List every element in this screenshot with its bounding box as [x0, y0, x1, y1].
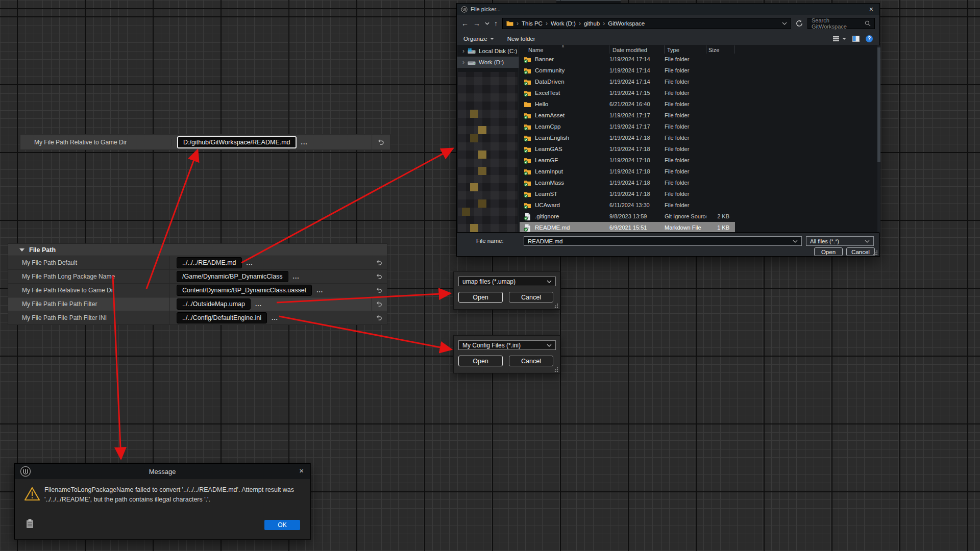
search-input[interactable]: Search GitWorkspace: [807, 18, 875, 29]
file-type-filter-dropdown[interactable]: All files (*.*): [806, 236, 874, 246]
property-value-field[interactable]: ../../OutsideMap.umap: [177, 298, 251, 310]
search-icon: [865, 20, 871, 27]
message-dialog-titlebar[interactable]: Message ×: [15, 464, 310, 479]
file-type-icon: [524, 224, 531, 232]
expander-chevron-icon[interactable]: ›: [462, 59, 464, 66]
column-header-type[interactable]: Type: [665, 45, 706, 54]
back-icon[interactable]: ←: [461, 20, 469, 27]
open-button[interactable]: Open: [458, 356, 503, 366]
breadcrumb-item[interactable]: This PC: [522, 20, 543, 27]
breadcrumb-item[interactable]: github: [584, 20, 600, 27]
column-header-date-modified[interactable]: Date modified: [609, 45, 665, 54]
reset-to-default-button[interactable]: [371, 256, 387, 269]
file-row[interactable]: LearnInput 1/19/2024 17:18 File folder: [520, 166, 735, 177]
browse-ellipsis-button[interactable]: ...: [255, 300, 262, 308]
property-label: My File Path File Path Filter INI: [8, 311, 170, 324]
browse-ellipsis-button[interactable]: ...: [293, 273, 300, 280]
reset-to-default-button[interactable]: [371, 270, 387, 283]
cancel-button[interactable]: Cancel: [509, 292, 553, 303]
filter-value: umap files (*.umap): [462, 278, 516, 285]
browse-ellipsis-button[interactable]: ...: [316, 287, 323, 294]
file-row[interactable]: LearnEnglish 1/19/2024 17:18 File folder: [520, 132, 735, 143]
file-row[interactable]: LearnMass 1/19/2024 17:18 File folder: [520, 177, 735, 188]
property-value-field[interactable]: /Game/Dynamic/BP_DynamicClass: [177, 271, 288, 282]
browse-ellipsis-button[interactable]: ...: [272, 314, 278, 321]
file-row[interactable]: README.md 6/9/2021 15:51 Markdown File 1…: [520, 222, 735, 233]
close-icon[interactable]: ×: [869, 6, 873, 13]
file-date-modified: 1/19/2024 17:14: [609, 79, 665, 85]
organize-menu-button[interactable]: Organize: [463, 36, 494, 42]
file-type-filter-dropdown[interactable]: My Config Files (*.ini): [458, 340, 556, 350]
file-row[interactable]: Hello 6/21/2024 16:40 File folder: [520, 98, 735, 110]
picker-titlebar[interactable]: File picker... ×: [457, 4, 879, 15]
open-button[interactable]: Open: [814, 247, 843, 256]
sidebar-item[interactable]: › Local Disk (C:): [457, 45, 519, 57]
reset-to-default-button[interactable]: [371, 284, 387, 297]
file-date-modified: 1/19/2024 17:15: [609, 90, 665, 96]
resize-grip[interactable]: [873, 251, 878, 255]
close-icon[interactable]: ×: [299, 467, 304, 474]
file-row[interactable]: ExcelTest 1/19/2024 17:15 File folder: [520, 87, 735, 98]
file-path-section-header[interactable]: File Path: [8, 244, 387, 256]
file-row[interactable]: Banner 1/19/2024 17:14 File folder: [520, 54, 735, 65]
expander-chevron-icon[interactable]: ›: [462, 47, 464, 55]
unreal-graph-canvas[interactable]: My File Path Relative to Game Dir D:/git…: [0, 0, 980, 551]
breadcrumb-separator: ›: [603, 20, 605, 27]
file-row[interactable]: LearnCpp 1/19/2024 17:17 File folder: [520, 121, 735, 132]
cancel-button[interactable]: Cancel: [509, 356, 553, 366]
view-mode-button[interactable]: [832, 36, 846, 42]
copy-to-clipboard-icon[interactable]: [26, 519, 34, 529]
forward-icon[interactable]: →: [473, 20, 480, 27]
open-button[interactable]: Open: [458, 292, 503, 303]
up-icon[interactable]: ↑: [494, 20, 498, 27]
help-icon[interactable]: ?: [866, 35, 873, 42]
new-folder-button[interactable]: New folder: [507, 36, 535, 42]
resize-grip[interactable]: [554, 367, 558, 372]
resize-grip[interactable]: [554, 304, 558, 308]
browse-ellipsis-button[interactable]: ...: [247, 259, 253, 266]
ok-button[interactable]: OK: [264, 520, 300, 530]
file-row[interactable]: LearnAsset 1/19/2024 17:17 File folder: [520, 110, 735, 121]
file-row[interactable]: Community 1/19/2024 17:14 File folder: [520, 65, 735, 76]
file-type-icon: [524, 157, 531, 164]
property-row[interactable]: My File Path Relative to Game Dir Conten…: [8, 283, 387, 297]
reset-to-default-button[interactable]: [372, 135, 390, 149]
file-type: Markdown File: [665, 224, 706, 231]
breadcrumb-item[interactable]: Work (D:): [551, 20, 576, 27]
reset-to-default-button[interactable]: [371, 297, 387, 311]
file-type-filter-dropdown[interactable]: umap files (*.umap): [458, 277, 556, 286]
file-type: File folder: [665, 146, 706, 152]
reset-to-default-button[interactable]: [371, 311, 387, 324]
property-value-field[interactable]: ../../../README.md: [177, 257, 242, 268]
file-type: File folder: [665, 191, 706, 197]
address-dropdown-chevron-icon[interactable]: [782, 22, 787, 25]
file-row[interactable]: DataDriven 1/19/2024 17:14 File folder: [520, 76, 735, 87]
scrollbar-thumb[interactable]: [877, 47, 880, 162]
cancel-button[interactable]: Cancel: [846, 247, 875, 256]
preview-pane-icon[interactable]: [852, 36, 860, 42]
property-value-field[interactable]: Content/Dynamic/BP_DynamicClass.uasset: [177, 285, 312, 296]
file-row[interactable]: UCAward 6/11/2024 13:30 File folder: [520, 199, 735, 211]
breadcrumb-item[interactable]: GitWorkspace: [608, 20, 645, 27]
file-row[interactable]: LearnST 1/19/2024 17:18 File folder: [520, 188, 735, 199]
property-row[interactable]: My File Path Default ../../../README.md …: [8, 256, 387, 269]
property-row[interactable]: My File Path Long Package Name /Game/Dyn…: [8, 269, 387, 283]
file-row[interactable]: LearnGAS 1/19/2024 17:18 File folder: [520, 143, 735, 155]
column-header-name[interactable]: Name ∧: [520, 45, 609, 54]
file-name-input[interactable]: README.md: [524, 236, 802, 246]
scrollbar[interactable]: [877, 45, 880, 233]
file-row[interactable]: LearnGF 1/19/2024 17:18 File folder: [520, 155, 735, 166]
file-row[interactable]: .gitignore 9/8/2023 13:59 Git Ignore Sou…: [520, 211, 735, 222]
property-row[interactable]: My File Path File Path Filter ../../Outs…: [8, 297, 387, 311]
path-value-field[interactable]: D:/github/GitWorkspace/README.md: [177, 136, 297, 148]
property-row[interactable]: My File Path File Path Filter INI ../../…: [8, 311, 387, 324]
sidebar-item[interactable]: › Work (D:): [457, 57, 519, 68]
file-type-icon: [524, 67, 531, 74]
file-name: Hello: [535, 101, 609, 107]
recent-locations-chevron-icon[interactable]: [485, 22, 489, 25]
refresh-icon[interactable]: [796, 20, 803, 27]
column-header-size[interactable]: Size: [706, 45, 735, 54]
property-value-field[interactable]: ../../Config/DefaultEngine.ini: [177, 312, 267, 323]
browse-ellipsis-button[interactable]: ...: [301, 139, 308, 146]
breadcrumb[interactable]: ›This PC›Work (D:)›github›GitWorkspace: [502, 18, 791, 29]
